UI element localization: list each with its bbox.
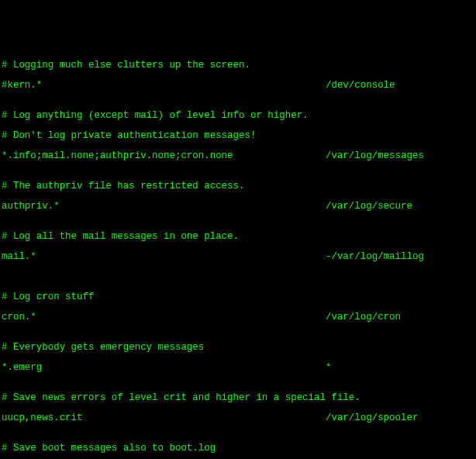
config-line: # Save boot messages also to boot.log	[2, 443, 474, 454]
config-line: uucp,news.crit /var/log/spooler	[2, 413, 474, 423]
config-line: # Log cron stuff	[2, 292, 474, 302]
config-line: # The authpriv file has restricted acces…	[2, 181, 474, 192]
config-line: # Don't log private authentication messa…	[2, 131, 474, 141]
config-line: # Save news errors of level crit and hig…	[2, 393, 474, 403]
config-line: #kern.* /dev/console	[2, 81, 474, 91]
config-line: authpriv.* /var/log/secure	[2, 202, 474, 212]
config-line: # Log all the mail messages in one place…	[2, 232, 474, 242]
config-line: # Log anything (except mail) of level in…	[2, 111, 474, 121]
config-line: mail.* -/var/log/maillog	[2, 252, 474, 262]
config-line: *.info;mail.none;authpriv.none;cron.none…	[2, 151, 474, 161]
config-line: # Everybody gets emergency messages	[2, 343, 474, 353]
config-line: cron.* /var/log/cron	[2, 312, 474, 323]
config-line: *.emerg *	[2, 363, 474, 373]
terminal-window[interactable]: # Logging much else clutters up the scre…	[0, 50, 476, 459]
config-line: # Logging much else clutters up the scre…	[2, 60, 474, 71]
